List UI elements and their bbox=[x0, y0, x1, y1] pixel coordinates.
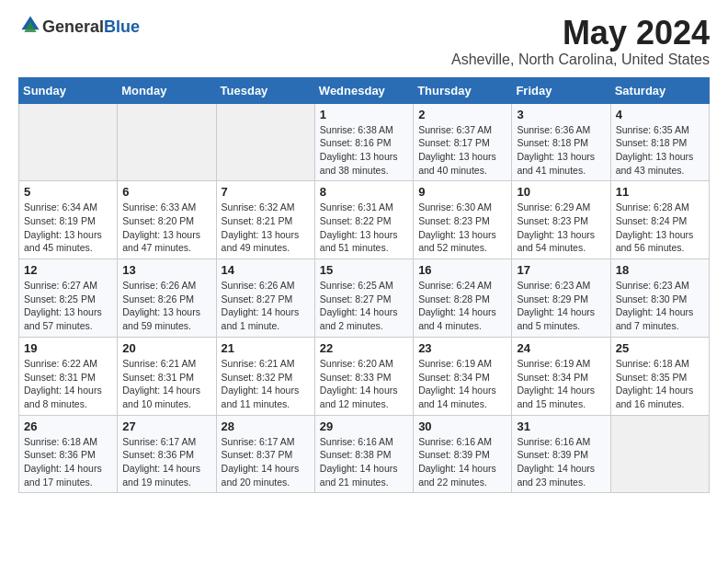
day-cell: 27Sunrise: 6:17 AM Sunset: 8:36 PM Dayli… bbox=[118, 415, 216, 493]
day-info: Sunrise: 6:32 AM Sunset: 8:21 PM Dayligh… bbox=[222, 201, 310, 255]
day-info: Sunrise: 6:30 AM Sunset: 8:23 PM Dayligh… bbox=[418, 201, 506, 255]
header: GeneralBlue May 2024 Asheville, North Ca… bbox=[18, 15, 710, 68]
day-cell: 10Sunrise: 6:29 AM Sunset: 8:23 PM Dayli… bbox=[512, 181, 610, 259]
logo: GeneralBlue bbox=[18, 15, 140, 39]
calendar-header: SundayMondayTuesdayWednesdayThursdayFrid… bbox=[19, 77, 710, 103]
day-cell: 17Sunrise: 6:23 AM Sunset: 8:29 PM Dayli… bbox=[512, 259, 610, 338]
day-number: 24 bbox=[517, 341, 605, 355]
calendar-table: SundayMondayTuesdayWednesdayThursdayFrid… bbox=[18, 77, 710, 494]
day-cell: 25Sunrise: 6:18 AM Sunset: 8:35 PM Dayli… bbox=[610, 337, 709, 415]
day-number: 12 bbox=[24, 263, 112, 277]
day-number: 5 bbox=[24, 185, 112, 199]
day-cell: 18Sunrise: 6:23 AM Sunset: 8:30 PM Dayli… bbox=[610, 259, 709, 338]
day-number: 19 bbox=[24, 341, 112, 355]
header-cell-thursday: Thursday bbox=[414, 77, 512, 103]
day-number: 13 bbox=[122, 263, 210, 277]
day-number: 9 bbox=[418, 185, 506, 199]
day-info: Sunrise: 6:16 AM Sunset: 8:39 PM Dayligh… bbox=[517, 435, 605, 489]
day-info: Sunrise: 6:23 AM Sunset: 8:30 PM Dayligh… bbox=[616, 279, 704, 333]
day-cell: 15Sunrise: 6:25 AM Sunset: 8:27 PM Dayli… bbox=[314, 259, 413, 338]
day-number: 14 bbox=[222, 263, 310, 277]
day-cell: 13Sunrise: 6:26 AM Sunset: 8:26 PM Dayli… bbox=[118, 259, 216, 338]
day-number: 26 bbox=[24, 419, 112, 433]
day-number: 11 bbox=[616, 185, 704, 199]
day-info: Sunrise: 6:23 AM Sunset: 8:29 PM Dayligh… bbox=[517, 279, 605, 333]
day-cell: 19Sunrise: 6:22 AM Sunset: 8:31 PM Dayli… bbox=[19, 337, 118, 415]
day-info: Sunrise: 6:26 AM Sunset: 8:26 PM Dayligh… bbox=[122, 279, 210, 333]
day-cell: 28Sunrise: 6:17 AM Sunset: 8:37 PM Dayli… bbox=[216, 415, 314, 493]
day-number: 30 bbox=[418, 419, 506, 433]
day-cell bbox=[19, 103, 118, 181]
day-cell: 4Sunrise: 6:35 AM Sunset: 8:18 PM Daylig… bbox=[610, 103, 709, 181]
header-row: SundayMondayTuesdayWednesdayThursdayFrid… bbox=[19, 77, 710, 103]
day-info: Sunrise: 6:31 AM Sunset: 8:22 PM Dayligh… bbox=[320, 201, 408, 255]
day-cell bbox=[216, 103, 314, 181]
day-info: Sunrise: 6:18 AM Sunset: 8:35 PM Dayligh… bbox=[616, 357, 704, 411]
day-number: 3 bbox=[517, 108, 605, 121]
day-cell: 5Sunrise: 6:34 AM Sunset: 8:19 PM Daylig… bbox=[19, 181, 118, 259]
header-cell-sunday: Sunday bbox=[19, 77, 118, 103]
day-cell: 1Sunrise: 6:38 AM Sunset: 8:16 PM Daylig… bbox=[314, 103, 413, 181]
day-info: Sunrise: 6:16 AM Sunset: 8:38 PM Dayligh… bbox=[320, 435, 408, 489]
header-cell-monday: Monday bbox=[118, 77, 216, 103]
day-cell: 20Sunrise: 6:21 AM Sunset: 8:31 PM Dayli… bbox=[118, 337, 216, 415]
day-cell: 14Sunrise: 6:26 AM Sunset: 8:27 PM Dayli… bbox=[216, 259, 314, 338]
title-area: May 2024 Asheville, North Carolina, Unit… bbox=[451, 15, 710, 68]
day-info: Sunrise: 6:33 AM Sunset: 8:20 PM Dayligh… bbox=[122, 201, 210, 255]
day-cell: 7Sunrise: 6:32 AM Sunset: 8:21 PM Daylig… bbox=[216, 181, 314, 259]
day-info: Sunrise: 6:19 AM Sunset: 8:34 PM Dayligh… bbox=[418, 357, 506, 411]
header-cell-saturday: Saturday bbox=[610, 77, 709, 103]
header-cell-wednesday: Wednesday bbox=[314, 77, 413, 103]
day-number: 23 bbox=[418, 341, 506, 355]
day-number: 7 bbox=[222, 185, 310, 199]
day-info: Sunrise: 6:21 AM Sunset: 8:31 PM Dayligh… bbox=[122, 357, 210, 411]
day-cell: 12Sunrise: 6:27 AM Sunset: 8:25 PM Dayli… bbox=[19, 259, 118, 338]
day-info: Sunrise: 6:37 AM Sunset: 8:17 PM Dayligh… bbox=[418, 123, 506, 178]
day-info: Sunrise: 6:24 AM Sunset: 8:28 PM Dayligh… bbox=[418, 279, 506, 333]
day-info: Sunrise: 6:17 AM Sunset: 8:36 PM Dayligh… bbox=[122, 435, 210, 489]
day-info: Sunrise: 6:34 AM Sunset: 8:19 PM Dayligh… bbox=[24, 201, 112, 255]
day-info: Sunrise: 6:38 AM Sunset: 8:16 PM Dayligh… bbox=[320, 123, 408, 178]
day-cell: 11Sunrise: 6:28 AM Sunset: 8:24 PM Dayli… bbox=[610, 181, 709, 259]
day-cell: 3Sunrise: 6:36 AM Sunset: 8:18 PM Daylig… bbox=[512, 103, 610, 181]
week-row-3: 12Sunrise: 6:27 AM Sunset: 8:25 PM Dayli… bbox=[19, 259, 710, 338]
day-cell bbox=[610, 415, 709, 493]
day-cell: 2Sunrise: 6:37 AM Sunset: 8:17 PM Daylig… bbox=[414, 103, 512, 181]
day-number: 4 bbox=[616, 108, 704, 121]
day-info: Sunrise: 6:25 AM Sunset: 8:27 PM Dayligh… bbox=[320, 279, 408, 333]
week-row-2: 5Sunrise: 6:34 AM Sunset: 8:19 PM Daylig… bbox=[19, 181, 710, 259]
day-cell: 16Sunrise: 6:24 AM Sunset: 8:28 PM Dayli… bbox=[414, 259, 512, 338]
day-cell: 24Sunrise: 6:19 AM Sunset: 8:34 PM Dayli… bbox=[512, 337, 610, 415]
day-cell: 6Sunrise: 6:33 AM Sunset: 8:20 PM Daylig… bbox=[118, 181, 216, 259]
logo-icon bbox=[20, 15, 40, 35]
subtitle: Asheville, North Carolina, United States bbox=[451, 52, 710, 68]
logo-text: GeneralBlue bbox=[42, 17, 140, 37]
day-info: Sunrise: 6:28 AM Sunset: 8:24 PM Dayligh… bbox=[616, 201, 704, 255]
day-number: 22 bbox=[320, 341, 408, 355]
day-cell: 22Sunrise: 6:20 AM Sunset: 8:33 PM Dayli… bbox=[314, 337, 413, 415]
day-number: 8 bbox=[320, 185, 408, 199]
day-number: 1 bbox=[320, 108, 408, 121]
day-info: Sunrise: 6:29 AM Sunset: 8:23 PM Dayligh… bbox=[517, 201, 605, 255]
day-info: Sunrise: 6:35 AM Sunset: 8:18 PM Dayligh… bbox=[616, 123, 704, 178]
day-number: 15 bbox=[320, 263, 408, 277]
day-info: Sunrise: 6:21 AM Sunset: 8:32 PM Dayligh… bbox=[222, 357, 310, 411]
day-number: 17 bbox=[517, 263, 605, 277]
day-info: Sunrise: 6:36 AM Sunset: 8:18 PM Dayligh… bbox=[517, 123, 605, 178]
day-number: 10 bbox=[517, 185, 605, 199]
main-title: May 2024 bbox=[451, 15, 710, 52]
day-cell: 8Sunrise: 6:31 AM Sunset: 8:22 PM Daylig… bbox=[314, 181, 413, 259]
day-cell: 23Sunrise: 6:19 AM Sunset: 8:34 PM Dayli… bbox=[414, 337, 512, 415]
day-number: 29 bbox=[320, 419, 408, 433]
day-info: Sunrise: 6:18 AM Sunset: 8:36 PM Dayligh… bbox=[24, 435, 112, 489]
day-cell: 9Sunrise: 6:30 AM Sunset: 8:23 PM Daylig… bbox=[414, 181, 512, 259]
day-number: 31 bbox=[517, 419, 605, 433]
day-info: Sunrise: 6:22 AM Sunset: 8:31 PM Dayligh… bbox=[24, 357, 112, 411]
calendar-body: 1Sunrise: 6:38 AM Sunset: 8:16 PM Daylig… bbox=[19, 103, 710, 493]
day-number: 2 bbox=[418, 108, 506, 121]
header-cell-tuesday: Tuesday bbox=[216, 77, 314, 103]
day-info: Sunrise: 6:27 AM Sunset: 8:25 PM Dayligh… bbox=[24, 279, 112, 333]
day-info: Sunrise: 6:16 AM Sunset: 8:39 PM Dayligh… bbox=[418, 435, 506, 489]
day-cell: 30Sunrise: 6:16 AM Sunset: 8:39 PM Dayli… bbox=[414, 415, 512, 493]
header-cell-friday: Friday bbox=[512, 77, 610, 103]
